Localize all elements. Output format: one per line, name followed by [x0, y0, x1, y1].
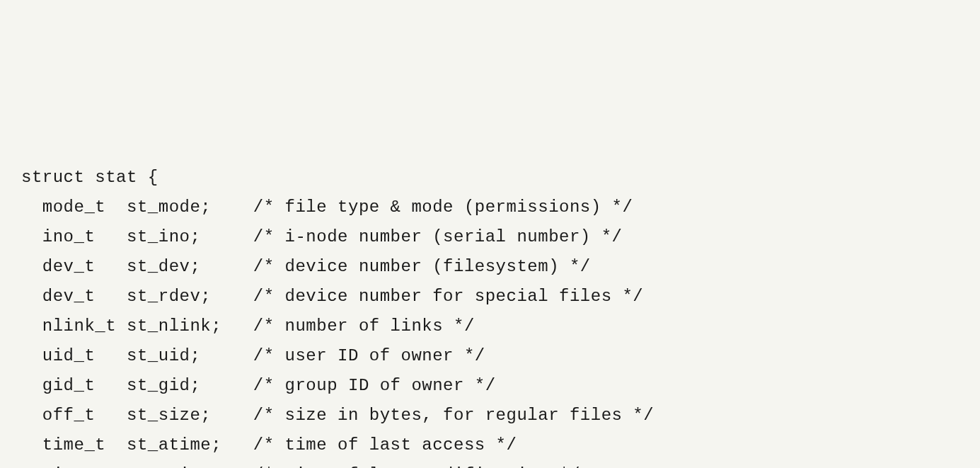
member-comment: /* device number for special files */ — [253, 287, 643, 306]
member-type: uid_t — [21, 346, 127, 365]
member-name: st_mtime; — [127, 465, 253, 468]
member-type: ino_t — [21, 227, 127, 246]
member-name: st_gid; — [127, 376, 253, 395]
struct-member-line: mode_t st_mode; /* file type & mode (per… — [21, 193, 959, 222]
member-comment: /* time of last access */ — [253, 435, 517, 455]
member-name: st_uid; — [127, 346, 253, 365]
struct-member-line: dev_t st_dev; /* device number (filesyst… — [21, 252, 959, 282]
code-block: struct stat { mode_t st_mode; /* file ty… — [21, 133, 959, 468]
member-type: time_t — [21, 435, 127, 455]
member-comment: /* user ID of owner */ — [253, 346, 485, 365]
member-type: gid_t — [21, 376, 127, 395]
struct-member-line: uid_t st_uid; /* user ID of owner */ — [21, 341, 959, 371]
member-comment: /* group ID of owner */ — [253, 376, 496, 395]
member-comment: /* number of links */ — [253, 316, 475, 336]
member-name: st_mode; — [127, 198, 253, 217]
member-type: dev_t — [21, 257, 127, 276]
member-type: off_t — [21, 406, 127, 425]
member-comment: /* size in bytes, for regular files */ — [253, 406, 654, 425]
struct-member-line: time_t st_mtime; /* time of last modific… — [21, 460, 959, 468]
member-name: st_atime; — [127, 435, 253, 455]
struct-open-line: struct stat { — [21, 163, 959, 193]
member-name: st_ino; — [127, 227, 253, 246]
member-name: st_nlink; — [127, 316, 253, 336]
struct-member-line: time_t st_atime; /* time of last access … — [21, 430, 959, 460]
member-comment: /* file type & mode (permissions) */ — [253, 198, 633, 217]
member-comment: /* device number (filesystem) */ — [253, 257, 591, 276]
struct-member-line: ino_t st_ino; /* i-node number (serial n… — [21, 222, 959, 252]
member-type: dev_t — [21, 287, 127, 306]
member-name: st_dev; — [127, 257, 253, 276]
struct-member-line: off_t st_size; /* size in bytes, for reg… — [21, 401, 959, 430]
struct-member-line: dev_t st_rdev; /* device number for spec… — [21, 282, 959, 312]
member-comment: /* i-node number (serial number) */ — [253, 227, 623, 246]
member-name: st_size; — [127, 406, 253, 425]
member-comment: /* time of last modification */ — [253, 465, 580, 468]
member-type: time_t — [21, 465, 127, 468]
struct-member-line: gid_t st_gid; /* group ID of owner */ — [21, 371, 959, 401]
struct-member-line: nlink_t st_nlink; /* number of links */ — [21, 312, 959, 341]
member-type: mode_t — [21, 198, 127, 217]
member-name: st_rdev; — [127, 287, 253, 306]
member-type: nlink_t — [21, 316, 127, 336]
